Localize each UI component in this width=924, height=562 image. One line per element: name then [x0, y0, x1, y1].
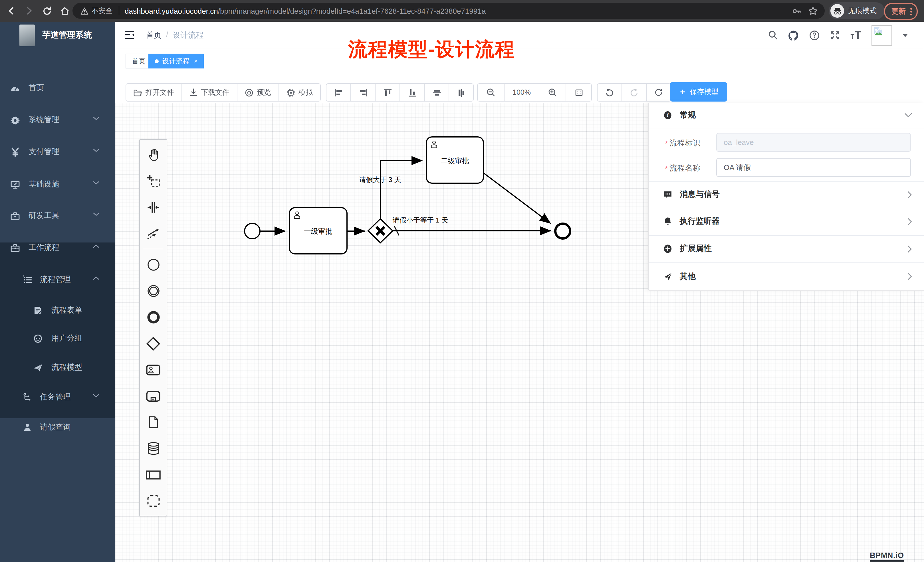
avatar-dropdown-caret[interactable]	[902, 33, 908, 37]
incognito-icon	[830, 4, 844, 18]
tab-design[interactable]: 设计流程 ×	[148, 54, 204, 69]
browser-update-button[interactable]: 更新	[884, 3, 918, 20]
end-event-tool-icon[interactable]	[140, 304, 166, 330]
help-icon[interactable]	[809, 30, 819, 40]
sidebar-item-system[interactable]: 系统管理	[0, 108, 115, 131]
sidebar-item-devtools[interactable]: 研发工具	[0, 204, 115, 227]
zoom-level[interactable]: 100%	[504, 84, 539, 101]
fit-viewport-icon[interactable]	[566, 84, 591, 101]
data-store-tool-icon[interactable]	[140, 435, 166, 462]
section-other[interactable]: 其他	[649, 262, 924, 291]
align-left-icon[interactable]	[327, 84, 350, 101]
sidebar-item-workflow[interactable]: 工作流程	[0, 236, 115, 259]
restart-icon[interactable]	[646, 84, 670, 101]
end-event[interactable]	[555, 224, 570, 238]
align-bottom-icon[interactable]	[399, 84, 424, 101]
flow-gateway-to-task2[interactable]	[380, 160, 422, 219]
section-extension-attrs[interactable]: 扩展属性	[649, 235, 924, 263]
start-event-tool-icon[interactable]	[140, 252, 166, 278]
task-level2-approve[interactable]: 二级审批	[426, 137, 483, 183]
zoom-out-icon[interactable]	[478, 84, 504, 101]
global-connect-icon[interactable]	[140, 220, 166, 246]
chevron-up-icon	[93, 276, 99, 280]
exclusive-gateway[interactable]	[368, 219, 393, 243]
edge-label-gt3[interactable]: 请假大于 3 天	[359, 176, 401, 183]
browser-reload-icon[interactable]	[40, 4, 54, 18]
subprocess-tool-icon[interactable]	[140, 383, 166, 409]
lasso-tool-icon[interactable]	[140, 168, 166, 194]
incognito-label: 无痕模式	[848, 6, 877, 16]
flow-task2-to-end[interactable]	[483, 173, 550, 223]
section-general[interactable]: i 常规	[649, 103, 924, 128]
align-right-icon[interactable]	[350, 84, 375, 101]
browser-menu-icon[interactable]	[910, 8, 912, 15]
sidebar-item-leave-query[interactable]: 请假查询	[0, 416, 115, 439]
sidebar-item-home[interactable]: 首页	[0, 76, 115, 99]
browser-home-icon[interactable]	[58, 4, 71, 18]
align-top-icon[interactable]	[375, 84, 399, 101]
form-icon	[33, 306, 42, 315]
browser-back-icon[interactable]	[4, 4, 18, 18]
bpmn-io-watermark[interactable]: BPMN.iO	[870, 551, 904, 562]
group-tool-icon[interactable]	[140, 488, 166, 514]
sidebar-item-task-mgmt[interactable]: 任务管理	[0, 386, 115, 409]
sidebar-item-process-model[interactable]: 流程模型	[0, 356, 115, 379]
breadcrumb: 首页 / 设计流程	[146, 30, 204, 40]
start-event[interactable]	[244, 223, 260, 239]
redo-icon[interactable]	[621, 84, 646, 101]
person-icon	[23, 423, 32, 432]
gateway-tool-icon[interactable]	[140, 330, 166, 357]
hand-tool-icon[interactable]	[140, 141, 166, 168]
sidebar-item-infra[interactable]: 基础设施	[0, 173, 115, 196]
open-file-button[interactable]: 打开文件	[126, 84, 182, 101]
chevron-down-icon	[93, 394, 99, 398]
space-tool-icon[interactable]	[140, 194, 166, 220]
tab-home[interactable]: 首页	[126, 54, 152, 69]
sidebar-item-payment[interactable]: 支付管理	[0, 140, 115, 163]
sidebar-item-user-group[interactable]: 用户分组	[0, 327, 115, 350]
data-object-tool-icon[interactable]	[140, 409, 166, 435]
section-execution-listener[interactable]: 执行监听器	[649, 208, 924, 236]
align-vertical-center-icon[interactable]	[424, 84, 448, 101]
bpmn-canvas[interactable]: 一级审批 二级审批 请假大于 3 天 请假小于等于 1 天	[115, 103, 924, 562]
sidebar: 芋道管理系统 首页 系统管理 支付管理 基础设施 研发工具	[0, 22, 115, 562]
sidebar-logo[interactable]: 芋道管理系统	[0, 22, 115, 48]
process-name-input[interactable]	[716, 158, 911, 177]
required-asterisk: *	[665, 139, 668, 147]
sidebar-item-process-mgmt[interactable]: 流程管理	[0, 268, 115, 291]
search-icon[interactable]	[768, 30, 778, 40]
section-message-signal[interactable]: 消息与信号	[649, 181, 924, 208]
save-model-button[interactable]: ＋ 保存模型	[670, 82, 727, 102]
bell-icon	[663, 217, 672, 226]
github-icon[interactable]	[788, 30, 799, 40]
tab-close-icon[interactable]: ×	[194, 58, 198, 64]
fullscreen-icon[interactable]	[830, 30, 840, 40]
avatar[interactable]	[872, 25, 892, 45]
font-size-icon[interactable]: тT	[850, 30, 861, 40]
preview-button[interactable]: 预览	[237, 84, 279, 101]
user-task-tool-icon[interactable]	[140, 357, 166, 383]
edge-label-lte1[interactable]: 请假小于等于 1 天	[393, 216, 448, 224]
briefcase-icon	[10, 243, 20, 252]
process-key-input[interactable]	[716, 133, 911, 152]
browser-forward-icon[interactable]	[22, 4, 36, 18]
download-file-button[interactable]: 下载文件	[182, 84, 237, 101]
svg-text:i: i	[667, 112, 669, 119]
sidebar-item-process-form[interactable]: 流程表单	[0, 299, 115, 322]
chevron-down-icon	[904, 113, 912, 117]
address-bar[interactable]: 不安全 dashboard.yudao.iocoder.cn/bpm/manag…	[72, 3, 825, 19]
align-horizontal-center-icon[interactable]	[448, 84, 473, 101]
general-fields: * 流程标识 * 流程名称	[649, 128, 924, 182]
breadcrumb-home[interactable]: 首页	[146, 30, 162, 40]
key-icon[interactable]	[792, 6, 801, 16]
simulate-button[interactable]: 模拟	[279, 84, 320, 101]
monitor-icon	[10, 180, 20, 189]
intermediate-event-tool-icon[interactable]	[140, 278, 166, 304]
sidebar-collapse-icon[interactable]	[124, 30, 135, 39]
task-level1-approve[interactable]: 一级审批	[290, 208, 347, 254]
bookmark-star-icon[interactable]	[808, 6, 818, 16]
undo-icon[interactable]	[597, 84, 621, 101]
participant-tool-icon[interactable]	[140, 462, 166, 488]
security-warning[interactable]: 不安全	[72, 6, 118, 16]
zoom-in-icon[interactable]	[539, 84, 566, 101]
